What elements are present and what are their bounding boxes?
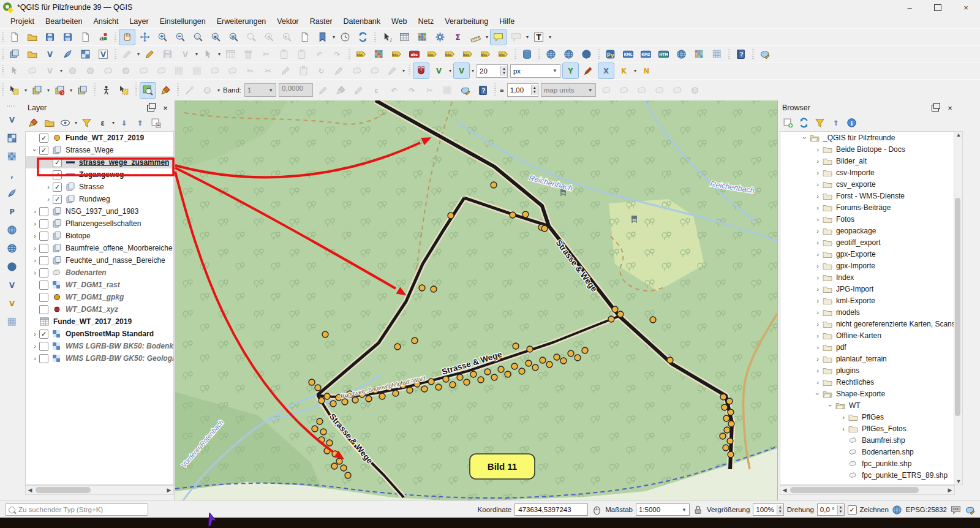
epsilon-filter-icon[interactable]: ε	[368, 82, 385, 99]
text-annotation-icon[interactable]: T	[530, 29, 547, 45]
browser-item-models[interactable]: ›models	[780, 306, 954, 318]
browser-item-pdf[interactable]: ›pdf	[780, 341, 954, 353]
enable-snapping-icon[interactable]	[413, 62, 429, 79]
expander-icon[interactable]: ›	[31, 257, 39, 264]
layer-checkbox[interactable]: ✓	[53, 158, 62, 167]
bookmarks-icon[interactable]	[314, 29, 331, 45]
options-icon[interactable]	[432, 29, 448, 45]
layer-item-wt-dgm1-gpkg[interactable]: WT_DGM1_gpkg	[26, 291, 173, 303]
erase-pixels-icon[interactable]	[350, 82, 367, 99]
expander-icon[interactable]: ›	[31, 232, 39, 239]
layer-checkbox[interactable]	[39, 305, 48, 314]
help-icon[interactable]: ?	[733, 46, 749, 62]
db-manager-icon[interactable]	[519, 46, 535, 62]
filter-by-expression-dropdown-icon[interactable]: ▾	[111, 120, 116, 126]
text-annotation-dropdown-icon[interactable]: ▾	[548, 34, 552, 40]
highlight-labels-icon[interactable]: abc	[406, 46, 423, 62]
menu-web[interactable]: Web	[386, 16, 412, 27]
browser-item-offline-karten[interactable]: ›Offline-Karten	[780, 330, 954, 341]
add-wms-layer-icon[interactable]	[4, 240, 20, 257]
trim-extend-icon[interactable]: ✂	[242, 62, 258, 79]
circle-2points-icon[interactable]	[82, 62, 99, 79]
browser-item-gpx-exporte[interactable]: ›gpx-Exporte	[780, 248, 954, 260]
expander-icon[interactable]: ›	[813, 309, 822, 316]
field-calculator-icon[interactable]	[414, 29, 431, 45]
open-layer-styling-icon[interactable]	[26, 116, 40, 130]
browser-item-csv-importe[interactable]: ›csv-Importe	[780, 167, 954, 178]
manage-map-themes-icon[interactable]	[58, 116, 72, 130]
raster-undo-icon[interactable]: ↶	[386, 82, 402, 99]
layer-item-biotope[interactable]: ›Biotope	[26, 230, 173, 242]
expander-icon[interactable]: ›	[813, 285, 822, 293]
browser-item-fpc-punkte-shp[interactable]: fpc_punkte.shp	[780, 458, 954, 469]
add-wfs-layer-icon[interactable]: V	[4, 277, 20, 293]
filter-legend-icon[interactable]	[80, 116, 94, 130]
menu-einstellungen[interactable]: Einstellungen	[154, 16, 211, 27]
layer-checkbox[interactable]: ✓	[53, 195, 62, 204]
layer-checkbox[interactable]	[39, 232, 48, 241]
layer-item-baumfreie-offene-moorbereiche[interactable]: ›Baumfreie_offene_Moorbereiche	[26, 242, 173, 254]
enable-tracing-icon[interactable]: N	[638, 62, 655, 79]
kml-export-icon[interactable]: KML	[620, 46, 636, 62]
deselect-all-dropdown-icon[interactable]: ▾	[69, 88, 74, 93]
layer-item-rundweg[interactable]: ›✓Rundweg	[26, 193, 173, 205]
browser-item-forst-wms-dienste[interactable]: ›Forst - WMS-Dienste	[780, 190, 954, 202]
delete-ring-icon[interactable]	[349, 62, 365, 79]
vertex-tool-icon[interactable]	[200, 46, 216, 62]
expander-icon[interactable]: ›	[813, 274, 822, 281]
delete-part-icon[interactable]	[366, 62, 383, 79]
layer-checkbox[interactable]: ✓	[53, 183, 62, 192]
expander-icon[interactable]: ›	[31, 220, 39, 227]
ellipse-center-2points-icon[interactable]	[135, 62, 152, 79]
multiedit-attributes-icon[interactable]	[222, 46, 239, 62]
add-group-icon[interactable]	[42, 116, 56, 130]
flag-tool-icon[interactable]	[687, 82, 703, 99]
zoom-in-icon[interactable]	[154, 29, 171, 45]
crs-icon[interactable]	[892, 504, 903, 515]
scroll-right-icon[interactable]: ▶	[946, 487, 954, 493]
menu-ansicht[interactable]: Ansicht	[88, 16, 124, 27]
messages-icon[interactable]	[950, 504, 961, 515]
coordinate-field[interactable]: 473634,5397243	[514, 503, 588, 516]
snap-on-intersection-dropdown-icon[interactable]: ▾	[633, 68, 638, 74]
reshape-features-dropdown-icon[interactable]: ▾	[401, 68, 406, 74]
layer-item-bodenarten[interactable]: ›Bodenarten	[26, 266, 173, 279]
expand-all-icon[interactable]: ⇓	[117, 116, 131, 130]
geometry-checker-icon[interactable]	[756, 46, 773, 62]
float-panel-icon[interactable]	[930, 103, 940, 113]
menu-raster[interactable]: Raster	[304, 16, 338, 27]
snap-tolerance[interactable]: 20▲▼	[477, 64, 508, 78]
new-project-icon[interactable]	[6, 29, 23, 45]
layer-checkbox[interactable]	[39, 207, 48, 216]
new-mesh-layer-icon[interactable]	[77, 46, 94, 62]
expander-icon[interactable]: ›	[813, 320, 822, 328]
menu-erweiterungen[interactable]: Erweiterungen	[211, 16, 272, 27]
zoom-last-icon[interactable]: ◀	[261, 29, 277, 45]
statistics-panel-icon[interactable]: Σ	[450, 29, 466, 45]
geocoding-icon[interactable]	[560, 46, 577, 62]
python-console-icon[interactable]: Py	[602, 46, 619, 62]
menu-layer[interactable]: Layer	[124, 16, 154, 27]
raster-cut-icon[interactable]: ✂	[421, 82, 438, 99]
expander-icon[interactable]: ›	[813, 239, 822, 246]
refresh-map-icon[interactable]	[355, 29, 371, 45]
zoom-to-selection-icon[interactable]: ▣	[208, 29, 224, 45]
add-mesh-layer-icon[interactable]	[4, 148, 20, 165]
layer-checkbox[interactable]: ✓	[53, 170, 62, 179]
split-parts-icon[interactable]	[277, 62, 294, 79]
menu-netz[interactable]: Netz	[413, 16, 440, 27]
scroll-up-icon[interactable]: ▲	[954, 132, 963, 138]
browser-properties-icon[interactable]: i	[845, 116, 859, 130]
menu-datenbank[interactable]: Datenbank	[338, 16, 386, 27]
browser-hscrollbar[interactable]: ◀ ▶	[780, 485, 955, 495]
data-grid-icon[interactable]	[709, 46, 725, 62]
zoom-out-icon[interactable]	[172, 29, 189, 45]
fill-ring-icon[interactable]	[224, 62, 241, 79]
web-export-icon[interactable]	[673, 46, 690, 62]
layer-checkbox[interactable]	[39, 281, 48, 290]
parallel-digitizing-dropdown-icon[interactable]: ▾	[59, 68, 64, 74]
layer-checkbox[interactable]: ✓	[39, 330, 48, 339]
show-hide-labels-icon[interactable]: abc	[442, 46, 458, 62]
ellipse-extent-icon[interactable]	[153, 62, 170, 79]
new-map-view-icon[interactable]	[296, 29, 313, 45]
